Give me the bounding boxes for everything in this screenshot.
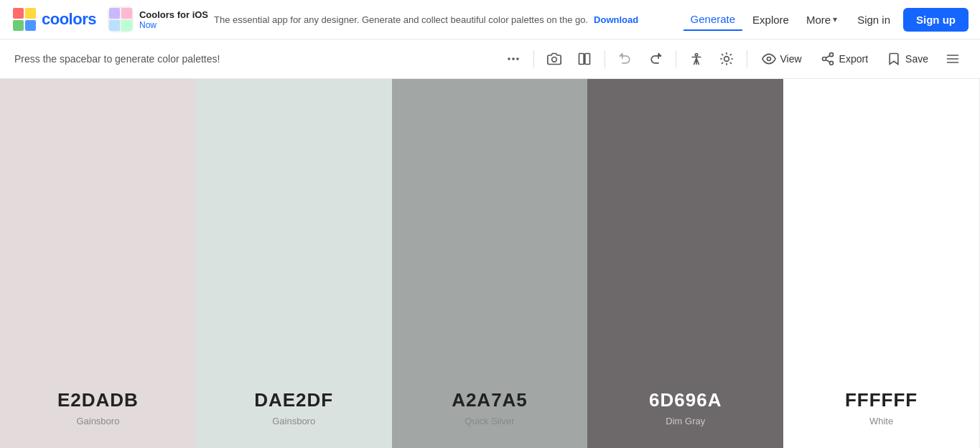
ios-app-icon <box>108 6 134 32</box>
logo[interactable]: coolors <box>11 6 96 32</box>
hamburger-icon <box>946 52 960 66</box>
color-swatch-1[interactable]: DAE2DFGainsboro <box>196 79 392 448</box>
undo-icon <box>618 52 633 66</box>
color-name-3: Dim Gray <box>666 416 705 426</box>
svg-point-13 <box>551 57 556 62</box>
svg-line-25 <box>730 55 731 55</box>
color-hex-2: A2A7A5 <box>452 389 528 411</box>
brand-name: coolors <box>42 10 96 29</box>
nav-right: Generate Explore More ▾ Sign in Sign up <box>683 8 969 32</box>
split-view-button[interactable] <box>571 47 597 70</box>
toolbar-actions: View Export Save <box>500 47 966 70</box>
separator-3 <box>676 50 676 67</box>
view-button[interactable]: View <box>755 47 809 70</box>
nav-generate[interactable]: Generate <box>683 9 743 31</box>
ellipsis-icon <box>506 52 521 66</box>
promo-description: The essential app for any designer. Gene… <box>214 14 588 25</box>
nav-signup[interactable]: Sign up <box>903 8 969 32</box>
svg-rect-3 <box>13 20 24 31</box>
color-name-0: Gainsboro <box>76 416 119 426</box>
nav-explore[interactable]: Explore <box>745 9 796 30</box>
svg-point-27 <box>829 53 833 57</box>
color-swatch-3[interactable]: 6D696ADim Gray <box>587 79 783 448</box>
camera-icon <box>547 52 561 66</box>
svg-line-20 <box>722 55 722 55</box>
palette-container: E2DADBGainsboroDAE2DFGainsboroA2A7A5Quic… <box>0 79 980 448</box>
brightness-icon <box>719 52 734 66</box>
separator-2 <box>605 50 605 67</box>
separator-1 <box>533 50 534 67</box>
svg-point-29 <box>829 61 833 65</box>
promo-sub: Now <box>139 20 208 30</box>
color-hex-3: 6D696A <box>649 389 722 411</box>
export-button[interactable]: Export <box>813 47 875 70</box>
svg-rect-1 <box>13 8 24 19</box>
split-icon <box>577 52 592 66</box>
svg-rect-15 <box>584 54 589 65</box>
svg-rect-4 <box>25 20 36 31</box>
color-name-4: White <box>869 416 893 426</box>
color-hex-4: FFFFFF <box>845 389 918 411</box>
color-hex-1: DAE2DF <box>254 389 333 411</box>
svg-line-31 <box>826 55 830 57</box>
save-button[interactable]: Save <box>879 47 935 70</box>
color-hex-0: E2DADB <box>57 389 139 411</box>
svg-line-30 <box>826 60 830 62</box>
eye-icon <box>762 52 776 66</box>
bookmark-icon <box>887 52 901 66</box>
navbar: coolors Coolors for iOS Now The essentia… <box>0 0 980 39</box>
separator-4 <box>747 50 747 67</box>
nav-more[interactable]: More ▾ <box>799 9 844 30</box>
nav-signin[interactable]: Sign in <box>847 9 900 30</box>
redo-button[interactable] <box>643 47 668 70</box>
svg-rect-2 <box>25 8 36 19</box>
svg-line-21 <box>730 62 731 63</box>
svg-point-28 <box>822 57 826 61</box>
svg-point-17 <box>724 57 729 62</box>
color-swatch-0[interactable]: E2DADBGainsboro <box>0 79 196 448</box>
toolbar-hint: Press the spacebar to generate color pal… <box>14 53 495 65</box>
share-icon <box>821 52 835 66</box>
more-options-button[interactable] <box>500 47 526 70</box>
redo-icon <box>648 52 663 66</box>
svg-line-24 <box>722 62 722 63</box>
svg-point-16 <box>695 54 697 56</box>
toolbar: Press the spacebar to generate color pal… <box>0 39 980 79</box>
brightness-button[interactable] <box>714 47 739 70</box>
svg-rect-14 <box>579 54 584 65</box>
chevron-down-icon: ▾ <box>833 14 837 24</box>
svg-point-26 <box>767 57 770 61</box>
undo-button[interactable] <box>612 47 638 70</box>
promo-download-link[interactable]: Download <box>594 14 638 25</box>
svg-rect-6 <box>109 8 120 19</box>
menu-button[interactable] <box>940 47 966 70</box>
coolors-logo-icon <box>11 6 37 32</box>
svg-point-11 <box>512 57 515 60</box>
accessibility-button[interactable] <box>683 47 709 70</box>
color-name-1: Gainsboro <box>272 416 315 426</box>
svg-rect-8 <box>109 20 120 31</box>
color-name-2: Quick Silver <box>465 416 514 426</box>
svg-point-10 <box>508 57 510 60</box>
accessibility-icon <box>689 52 704 66</box>
svg-rect-9 <box>121 20 132 31</box>
svg-point-12 <box>516 57 519 60</box>
promo-app-name: Coolors for iOS <box>139 9 208 20</box>
promo-banner: Coolors for iOS Now The essential app fo… <box>108 6 638 32</box>
camera-button[interactable] <box>541 47 567 70</box>
svg-rect-7 <box>121 8 132 19</box>
color-swatch-4[interactable]: FFFFFFWhite <box>783 79 980 448</box>
color-swatch-2[interactable]: A2A7A5Quick Silver <box>392 79 588 448</box>
